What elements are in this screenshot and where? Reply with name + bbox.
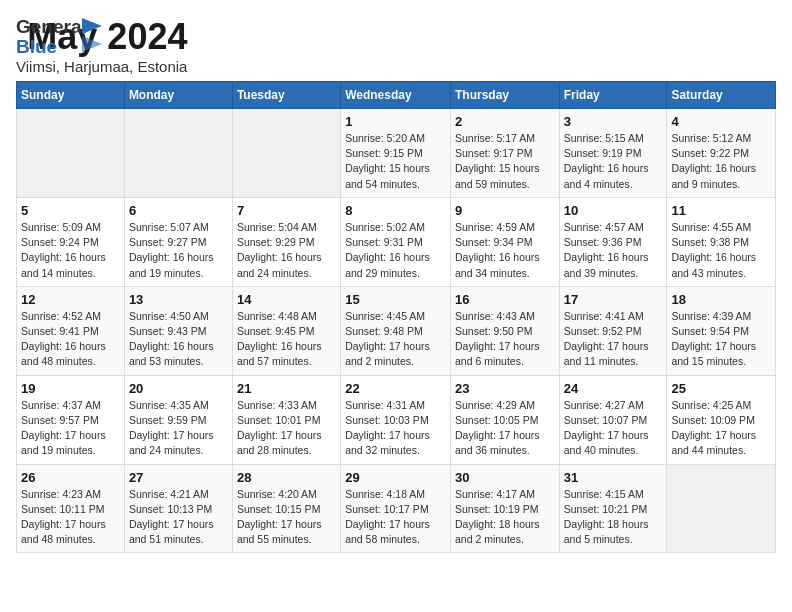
day-number: 17: [564, 292, 663, 307]
cell-w5-d4: 30Sunrise: 4:17 AMSunset: 10:19 PMDaylig…: [450, 464, 559, 553]
cell-w3-d4: 16Sunrise: 4:43 AMSunset: 9:50 PMDayligh…: [450, 286, 559, 375]
day-number: 22: [345, 381, 446, 396]
day-number: 27: [129, 470, 228, 485]
day-number: 23: [455, 381, 555, 396]
day-info: Sunrise: 5:07 AMSunset: 9:27 PMDaylight:…: [129, 220, 228, 281]
cell-w4-d4: 23Sunrise: 4:29 AMSunset: 10:05 PMDaylig…: [450, 375, 559, 464]
cell-w5-d5: 31Sunrise: 4:15 AMSunset: 10:21 PMDaylig…: [559, 464, 667, 553]
cell-w3-d1: 13Sunrise: 4:50 AMSunset: 9:43 PMDayligh…: [124, 286, 232, 375]
cell-w3-d0: 12Sunrise: 4:52 AMSunset: 9:41 PMDayligh…: [17, 286, 125, 375]
calendar-header: Sunday Monday Tuesday Wednesday Thursday…: [17, 82, 776, 109]
day-info: Sunrise: 5:12 AMSunset: 9:22 PMDaylight:…: [671, 131, 771, 192]
header-saturday: Saturday: [667, 82, 776, 109]
day-info: Sunrise: 5:15 AMSunset: 9:19 PMDaylight:…: [564, 131, 663, 192]
svg-marker-3: [82, 18, 102, 34]
day-info: Sunrise: 4:35 AMSunset: 9:59 PMDaylight:…: [129, 398, 228, 459]
day-info: Sunrise: 4:52 AMSunset: 9:41 PMDaylight:…: [21, 309, 120, 370]
day-number: 10: [564, 203, 663, 218]
day-info: Sunrise: 4:17 AMSunset: 10:19 PMDaylight…: [455, 487, 555, 548]
cell-w1-d0: [17, 109, 125, 198]
day-number: 4: [671, 114, 771, 129]
day-info: Sunrise: 4:18 AMSunset: 10:17 PMDaylight…: [345, 487, 446, 548]
day-info: Sunrise: 4:43 AMSunset: 9:50 PMDaylight:…: [455, 309, 555, 370]
cell-w5-d2: 28Sunrise: 4:20 AMSunset: 10:15 PMDaylig…: [232, 464, 340, 553]
header-wednesday: Wednesday: [341, 82, 451, 109]
day-number: 28: [237, 470, 336, 485]
day-number: 11: [671, 203, 771, 218]
header-monday: Monday: [124, 82, 232, 109]
cell-w4-d5: 24Sunrise: 4:27 AMSunset: 10:07 PMDaylig…: [559, 375, 667, 464]
day-info: Sunrise: 4:57 AMSunset: 9:36 PMDaylight:…: [564, 220, 663, 281]
day-info: Sunrise: 4:45 AMSunset: 9:48 PMDaylight:…: [345, 309, 446, 370]
cell-w2-d5: 10Sunrise: 4:57 AMSunset: 9:36 PMDayligh…: [559, 197, 667, 286]
cell-w4-d2: 21Sunrise: 4:33 AMSunset: 10:01 PMDaylig…: [232, 375, 340, 464]
cell-w5-d3: 29Sunrise: 4:18 AMSunset: 10:17 PMDaylig…: [341, 464, 451, 553]
day-info: Sunrise: 5:09 AMSunset: 9:24 PMDaylight:…: [21, 220, 120, 281]
cell-w1-d4: 2Sunrise: 5:17 AMSunset: 9:17 PMDaylight…: [450, 109, 559, 198]
logo-container: General Blue: [16, 16, 84, 56]
day-info: Sunrise: 4:27 AMSunset: 10:07 PMDaylight…: [564, 398, 663, 459]
day-number: 29: [345, 470, 446, 485]
svg-marker-4: [82, 36, 102, 52]
day-info: Sunrise: 5:04 AMSunset: 9:29 PMDaylight:…: [237, 220, 336, 281]
header-friday: Friday: [559, 82, 667, 109]
day-number: 26: [21, 470, 120, 485]
cell-w1-d2: [232, 109, 340, 198]
cell-w4-d1: 20Sunrise: 4:35 AMSunset: 9:59 PMDayligh…: [124, 375, 232, 464]
week-row-4: 19Sunrise: 4:37 AMSunset: 9:57 PMDayligh…: [17, 375, 776, 464]
cell-w5-d6: [667, 464, 776, 553]
cell-w4-d0: 19Sunrise: 4:37 AMSunset: 9:57 PMDayligh…: [17, 375, 125, 464]
day-info: Sunrise: 4:55 AMSunset: 9:38 PMDaylight:…: [671, 220, 771, 281]
day-number: 16: [455, 292, 555, 307]
cell-w3-d6: 18Sunrise: 4:39 AMSunset: 9:54 PMDayligh…: [667, 286, 776, 375]
day-info: Sunrise: 5:17 AMSunset: 9:17 PMDaylight:…: [455, 131, 555, 192]
day-number: 18: [671, 292, 771, 307]
day-number: 5: [21, 203, 120, 218]
day-number: 6: [129, 203, 228, 218]
cell-w1-d6: 4Sunrise: 5:12 AMSunset: 9:22 PMDaylight…: [667, 109, 776, 198]
day-info: Sunrise: 4:15 AMSunset: 10:21 PMDaylight…: [564, 487, 663, 548]
cell-w2-d0: 5Sunrise: 5:09 AMSunset: 9:24 PMDaylight…: [17, 197, 125, 286]
day-number: 15: [345, 292, 446, 307]
calendar-table: Sunday Monday Tuesday Wednesday Thursday…: [16, 81, 776, 553]
day-number: 21: [237, 381, 336, 396]
header-sunday: Sunday: [17, 82, 125, 109]
week-row-1: 1Sunrise: 5:20 AMSunset: 9:15 PMDaylight…: [17, 109, 776, 198]
day-number: 25: [671, 381, 771, 396]
cell-w1-d3: 1Sunrise: 5:20 AMSunset: 9:15 PMDaylight…: [341, 109, 451, 198]
day-info: Sunrise: 4:48 AMSunset: 9:45 PMDaylight:…: [237, 309, 336, 370]
day-number: 13: [129, 292, 228, 307]
cell-w4-d6: 25Sunrise: 4:25 AMSunset: 10:09 PMDaylig…: [667, 375, 776, 464]
day-info: Sunrise: 4:29 AMSunset: 10:05 PMDaylight…: [455, 398, 555, 459]
week-row-5: 26Sunrise: 4:23 AMSunset: 10:11 PMDaylig…: [17, 464, 776, 553]
header-tuesday: Tuesday: [232, 82, 340, 109]
cell-w2-d1: 6Sunrise: 5:07 AMSunset: 9:27 PMDaylight…: [124, 197, 232, 286]
day-info: Sunrise: 4:59 AMSunset: 9:34 PMDaylight:…: [455, 220, 555, 281]
cell-w2-d4: 9Sunrise: 4:59 AMSunset: 9:34 PMDaylight…: [450, 197, 559, 286]
day-info: Sunrise: 4:25 AMSunset: 10:09 PMDaylight…: [671, 398, 771, 459]
cell-w3-d5: 17Sunrise: 4:41 AMSunset: 9:52 PMDayligh…: [559, 286, 667, 375]
cell-w1-d5: 3Sunrise: 5:15 AMSunset: 9:19 PMDaylight…: [559, 109, 667, 198]
day-info: Sunrise: 4:20 AMSunset: 10:15 PMDaylight…: [237, 487, 336, 548]
day-info: Sunrise: 4:50 AMSunset: 9:43 PMDaylight:…: [129, 309, 228, 370]
week-row-2: 5Sunrise: 5:09 AMSunset: 9:24 PMDaylight…: [17, 197, 776, 286]
cell-w1-d1: [124, 109, 232, 198]
cell-w2-d6: 11Sunrise: 4:55 AMSunset: 9:38 PMDayligh…: [667, 197, 776, 286]
day-info: Sunrise: 4:23 AMSunset: 10:11 PMDaylight…: [21, 487, 120, 548]
cell-w5-d1: 27Sunrise: 4:21 AMSunset: 10:13 PMDaylig…: [124, 464, 232, 553]
page-header: General Blue General May 2024 Viimsi, Ha…: [16, 16, 776, 75]
day-number: 9: [455, 203, 555, 218]
day-number: 1: [345, 114, 446, 129]
day-info: Sunrise: 4:21 AMSunset: 10:13 PMDaylight…: [129, 487, 228, 548]
day-number: 2: [455, 114, 555, 129]
day-info: Sunrise: 5:20 AMSunset: 9:15 PMDaylight:…: [345, 131, 446, 192]
day-number: 3: [564, 114, 663, 129]
day-info: Sunrise: 4:37 AMSunset: 9:57 PMDaylight:…: [21, 398, 120, 459]
cell-w3-d2: 14Sunrise: 4:48 AMSunset: 9:45 PMDayligh…: [232, 286, 340, 375]
cell-w4-d3: 22Sunrise: 4:31 AMSunset: 10:03 PMDaylig…: [341, 375, 451, 464]
day-number: 14: [237, 292, 336, 307]
day-number: 19: [21, 381, 120, 396]
day-info: Sunrise: 4:39 AMSunset: 9:54 PMDaylight:…: [671, 309, 771, 370]
header-thursday: Thursday: [450, 82, 559, 109]
week-row-3: 12Sunrise: 4:52 AMSunset: 9:41 PMDayligh…: [17, 286, 776, 375]
